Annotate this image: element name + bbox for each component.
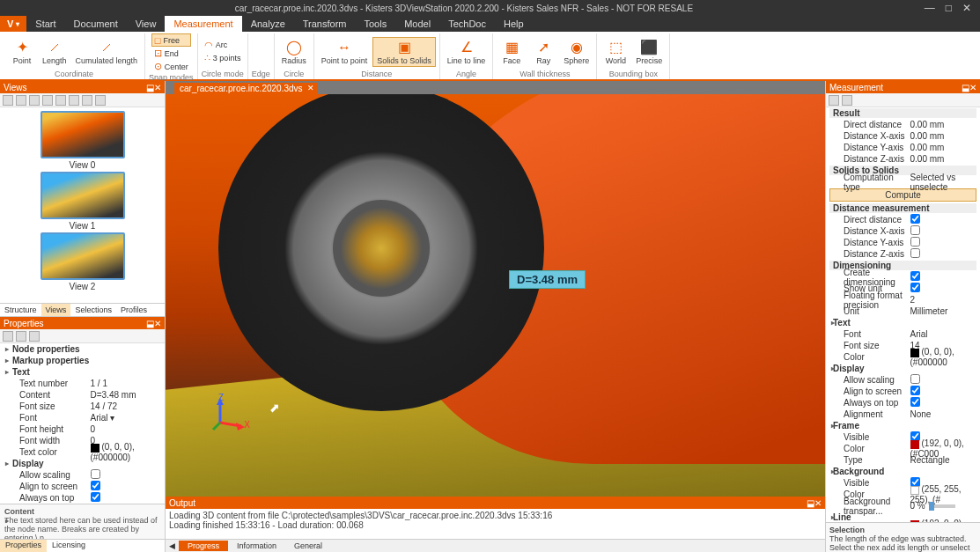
- radius-button[interactable]: ◯Radius: [278, 38, 310, 66]
- create-dim-checkbox[interactable]: [910, 271, 920, 281]
- bg-transp-value[interactable]: 0 %: [910, 501, 977, 511]
- tool-icon[interactable]: [842, 95, 852, 106]
- tab-profiles[interactable]: Profiles: [116, 304, 151, 316]
- cumulated-length-button[interactable]: ⟋Cumulated length: [72, 38, 142, 66]
- view-thumbnail[interactable]: [41, 111, 125, 158]
- solids-to-solids-button[interactable]: ▣Solids to Solids: [372, 37, 436, 67]
- tool-icon[interactable]: [42, 95, 53, 106]
- menu-analyze[interactable]: Analyze: [242, 16, 294, 32]
- tab-views[interactable]: Views: [41, 304, 71, 316]
- tool-icon[interactable]: [3, 95, 13, 106]
- text-font-value[interactable]: Arial: [910, 329, 977, 339]
- content-value[interactable]: D=3.48 mm: [91, 390, 162, 400]
- point-button[interactable]: ✦Point: [7, 38, 37, 66]
- text-number-value[interactable]: 1 / 1: [91, 379, 162, 388]
- background-section-header[interactable]: Background: [829, 467, 976, 476]
- show-unit-checkbox[interactable]: [910, 283, 920, 292]
- face-button[interactable]: ▦Face: [497, 38, 527, 66]
- scale-checkbox[interactable]: [910, 374, 920, 384]
- close-button[interactable]: ✕: [962, 2, 971, 14]
- menu-model[interactable]: Model: [395, 16, 439, 32]
- frame-section-header[interactable]: Frame: [829, 421, 976, 431]
- sphere-button[interactable]: ◉Sphere: [560, 38, 593, 66]
- 3points-button[interactable]: ∴3 points: [202, 52, 244, 65]
- tool-icon[interactable]: [3, 331, 13, 342]
- tab-structure[interactable]: Structure: [0, 304, 41, 316]
- always-top-checkbox[interactable]: [91, 492, 100, 502]
- menu-start[interactable]: Start: [26, 16, 64, 32]
- tool-icon[interactable]: [29, 95, 40, 106]
- menu-view[interactable]: View: [127, 16, 166, 32]
- font-height-value[interactable]: 0: [91, 424, 162, 434]
- dm-dy-checkbox[interactable]: [910, 237, 920, 247]
- document-tab[interactable]: car_racecar.proe.inc.2020.3dvs✕: [174, 83, 317, 94]
- menu-document[interactable]: Document: [65, 16, 127, 32]
- dimension-label[interactable]: D=3.48 mm: [509, 270, 586, 289]
- snap-end-button[interactable]: ⊡End: [151, 47, 191, 60]
- tool-icon[interactable]: [29, 331, 40, 342]
- axis-gizmo[interactable]: Z X: [210, 398, 245, 433]
- align-checkbox[interactable]: [910, 386, 920, 395]
- close-icon[interactable]: ✕: [814, 498, 822, 508]
- tool-icon[interactable]: [95, 95, 106, 106]
- tab-licensing[interactable]: Licensing: [47, 540, 91, 552]
- pin-icon[interactable]: ⬓: [146, 83, 154, 92]
- text-header[interactable]: Text: [4, 367, 161, 377]
- tab-information[interactable]: Information: [228, 541, 285, 551]
- tab-selections[interactable]: Selections: [70, 304, 116, 316]
- menu-tools[interactable]: Tools: [356, 16, 396, 32]
- distance-measurement-header[interactable]: Distance measurement: [829, 203, 976, 213]
- arc-button[interactable]: ◠Arc: [202, 39, 244, 52]
- tab-general[interactable]: General: [285, 541, 331, 551]
- dm-dx-checkbox[interactable]: [910, 225, 920, 235]
- menu-techdoc[interactable]: TechDoc: [439, 16, 495, 32]
- markup-properties-header[interactable]: Markup properties: [4, 356, 161, 365]
- dm-dz-checkbox[interactable]: [910, 248, 920, 258]
- tool-icon[interactable]: [829, 95, 839, 106]
- app-menu[interactable]: V: [0, 16, 26, 32]
- tool-icon[interactable]: [69, 95, 79, 106]
- tab-progress[interactable]: Progress: [179, 541, 228, 551]
- display-section-header[interactable]: Display: [829, 364, 976, 373]
- snap-center-button[interactable]: ⊙Center: [151, 60, 191, 73]
- precision-value[interactable]: 2: [910, 295, 977, 305]
- tool-icon[interactable]: [55, 95, 66, 106]
- close-tab-icon[interactable]: ✕: [307, 84, 314, 92]
- font-size-value[interactable]: 14 / 72: [91, 401, 162, 411]
- result-header[interactable]: Result: [829, 108, 976, 118]
- tool-icon[interactable]: [16, 95, 26, 106]
- node-properties-header[interactable]: Node properties: [4, 344, 161, 354]
- display-header[interactable]: Display: [4, 459, 161, 468]
- top-checkbox[interactable]: [910, 397, 920, 407]
- view-thumbnail[interactable]: [41, 232, 125, 280]
- pin-icon[interactable]: ⬓: [962, 83, 969, 92]
- scroll-left-icon[interactable]: ◀: [166, 541, 179, 550]
- menu-help[interactable]: Help: [495, 16, 533, 32]
- tab-properties[interactable]: Properties: [0, 540, 47, 552]
- maximize-button[interactable]: □: [946, 2, 952, 14]
- pin-icon[interactable]: ⬓: [807, 498, 814, 508]
- ray-button[interactable]: ➚Ray: [528, 38, 558, 66]
- close-icon[interactable]: ✕: [969, 83, 976, 92]
- frame-type-value[interactable]: Rectangle: [910, 455, 977, 465]
- view-thumbnail[interactable]: [41, 172, 125, 219]
- close-icon[interactable]: ✕: [154, 83, 161, 92]
- minimize-button[interactable]: —: [925, 2, 935, 14]
- pin-icon[interactable]: ⬓: [146, 319, 154, 328]
- text-section-header[interactable]: Text: [829, 318, 976, 328]
- tool-icon[interactable]: [16, 331, 26, 342]
- align-screen-checkbox[interactable]: [91, 481, 100, 490]
- line-to-line-button[interactable]: ∠Line to line: [444, 38, 490, 66]
- computation-type-value[interactable]: Selected vs unselecte: [910, 173, 977, 192]
- close-icon[interactable]: ✕: [154, 319, 161, 328]
- alignment-value[interactable]: None: [910, 409, 977, 419]
- length-button[interactable]: ⟋Length: [39, 38, 70, 66]
- tool-icon[interactable]: [82, 95, 92, 106]
- snap-free-button[interactable]: □Free: [151, 33, 191, 47]
- allow-scaling-checkbox[interactable]: [91, 469, 100, 479]
- world-button[interactable]: ⬚World: [601, 38, 630, 66]
- menu-measurement[interactable]: Measurement: [165, 16, 241, 32]
- unit-value[interactable]: Millimeter: [910, 306, 977, 316]
- menu-transform[interactable]: Transform: [294, 16, 356, 32]
- precise-button[interactable]: ⬛Precise: [632, 38, 666, 66]
